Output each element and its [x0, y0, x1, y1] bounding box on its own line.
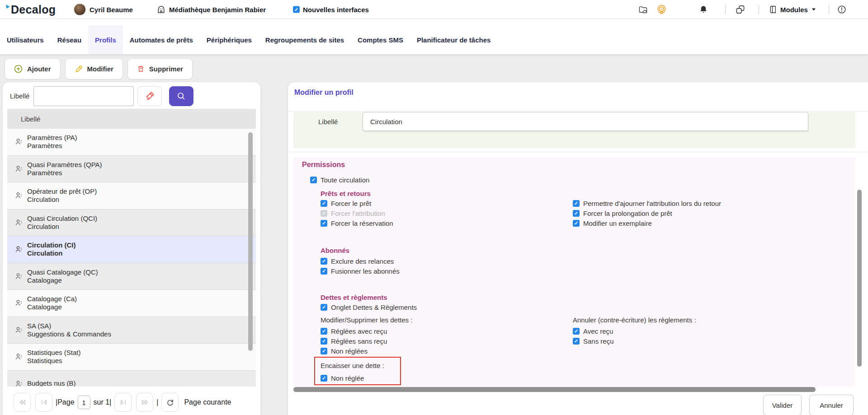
list-scrollbar-thumb[interactable]: [248, 132, 253, 351]
user-name: Cyril Beaume: [90, 5, 133, 13]
decalog-logo[interactable]: Decalog: [6, 3, 56, 16]
profile-person-icon: [15, 273, 23, 280]
checkbox-label: Forcer la réservation: [331, 219, 393, 227]
list-item[interactable]: Quasi Catalogage (QC)Catalogage: [7, 263, 256, 290]
checkbox-reglees-sans-recu[interactable]: Réglées sans reçu: [321, 336, 387, 345]
link-apps-icon: [736, 5, 745, 14]
list-item[interactable]: Catalogage (Ca)Catalogage: [7, 290, 256, 317]
cloud-folder-button[interactable]: [638, 5, 648, 14]
beacon-icon: [656, 4, 667, 14]
section-prets-title: Prêts et retours: [321, 190, 371, 197]
header-divider: [829, 5, 829, 14]
divider: [288, 152, 868, 152]
tab-regroupements[interactable]: Regroupements de sites: [259, 25, 351, 54]
checkbox-icon: [573, 210, 580, 217]
tab-reseau[interactable]: Réseau: [51, 25, 88, 54]
tab-utilisateurs[interactable]: Utilisateurs: [0, 25, 51, 54]
profile-person-icon: [15, 299, 23, 307]
next-page-button[interactable]: [114, 393, 132, 412]
checkbox-icon: [310, 177, 317, 183]
info-icon: [837, 5, 846, 14]
item-subtitle: Suggestions & Commandes: [27, 330, 111, 338]
checkbox-forcer-prolongation[interactable]: Forcer la prolongation de prêt: [573, 209, 672, 218]
checkbox-non-reglee[interactable]: Non réglée: [321, 373, 400, 382]
notifications-button[interactable]: [699, 5, 708, 14]
brand-text: Decalog: [11, 3, 56, 16]
horizontal-scrollbar-thumb[interactable]: [293, 387, 816, 392]
trash-icon: [137, 65, 145, 73]
modules-book-icon: [769, 5, 777, 14]
list-item[interactable]: Paramètres (PA)Paramètres: [7, 129, 256, 156]
first-page-button[interactable]: [14, 393, 31, 412]
checkbox-onglet-dettes[interactable]: Onglet Dettes & Règlements: [321, 303, 417, 312]
panel-title: Modifier un profil: [294, 89, 354, 97]
item-title: Quasi Catalogage (QC): [27, 268, 98, 276]
user-menu[interactable]: Cyril Beaume: [74, 3, 133, 15]
checkbox-forcer-attribution-disabled: Forcer l'attribution: [321, 209, 385, 218]
last-page-button[interactable]: [136, 393, 153, 412]
item-title: SA (SA): [27, 322, 111, 330]
new-interfaces-toggle[interactable]: Nouvelles interfaces: [293, 5, 369, 13]
list-item[interactable]: Quasi Circulation (QCI)Circulation: [7, 210, 256, 237]
profile-person-icon: [15, 246, 23, 253]
highlight-annotation-box: Encaisser une dette : Non réglée: [314, 357, 401, 385]
search-button[interactable]: [169, 86, 193, 106]
folder-cloud-icon: [638, 5, 648, 14]
list-item[interactable]: SA (SA)Suggestions & Commandes: [7, 317, 256, 344]
libelle-input[interactable]: [363, 112, 808, 131]
pencil-icon: [75, 65, 83, 73]
list-item[interactable]: Quasi Paramètres (QPA)Paramètres: [7, 156, 256, 183]
list-item[interactable]: Statistiques (Stat)Statistiques: [7, 344, 256, 371]
item-title: Quasi Circulation (QCI): [27, 214, 97, 223]
list-item-selected[interactable]: Circulation (CI)Circulation: [7, 236, 256, 263]
links-button[interactable]: [736, 5, 745, 14]
item-title: Circulation (CI): [27, 241, 76, 249]
library-selector[interactable]: Médiathèque Benjamin Rabier: [157, 5, 266, 14]
tab-comptes-sms[interactable]: Comptes SMS: [351, 25, 410, 54]
checkbox-toute-circulation[interactable]: Toute circulation: [310, 175, 369, 184]
page-number-input[interactable]: [78, 396, 90, 409]
modules-menu[interactable]: Modules: [769, 5, 816, 14]
list-item[interactable]: Opérateur de prêt (OP)Circulation: [7, 182, 256, 210]
permissions-panel: Permissions Toute circulation Prêts et r…: [293, 157, 855, 387]
tab-peripheriques[interactable]: Périphériques: [200, 25, 259, 54]
edit-label: Modifier: [87, 65, 113, 73]
vertical-scrollbar-thumb[interactable]: [857, 190, 862, 367]
list-item[interactable]: Budgets nus (B): [7, 371, 256, 387]
search-input[interactable]: [33, 86, 134, 106]
validate-button[interactable]: Valider: [763, 395, 802, 415]
checkbox-ajourner-attribution[interactable]: Permettre d'ajourner l'attribution lors …: [573, 199, 721, 208]
checkbox-label: Réglées avec reçu: [331, 327, 387, 335]
assistance-beacon-button[interactable]: [656, 4, 667, 14]
checkbox-non-reglees[interactable]: Non réglées: [321, 346, 368, 355]
edit-button[interactable]: Modifier: [65, 58, 123, 79]
clear-search-button[interactable]: [137, 86, 162, 106]
tab-automates[interactable]: Automates de prêts: [123, 25, 200, 54]
checkbox-reglees-avec-recu[interactable]: Réglées avec reçu: [321, 326, 387, 336]
refresh-button[interactable]: [161, 393, 179, 412]
section-abonnes-title: Abonnés: [321, 247, 349, 254]
delete-button[interactable]: Supprimer: [127, 58, 193, 79]
checkbox-fusionner-abonnes[interactable]: Fusionner les abonnés: [321, 266, 400, 275]
pagination-bar: |Page sur 1| | Page courante: [3, 390, 260, 415]
checkbox-modifier-exemplaire[interactable]: Modifier un exemplaire: [573, 219, 652, 228]
previous-page-button[interactable]: [35, 393, 52, 412]
profile-person-icon: [15, 138, 23, 145]
checkbox-sans-recu[interactable]: Sans reçu: [573, 336, 614, 345]
tab-planificateur[interactable]: Planificateur de tâches: [410, 25, 497, 54]
libelle-label: Libellé: [318, 112, 338, 131]
checkbox-forcer-reservation[interactable]: Forcer la réservation: [321, 219, 393, 228]
checkbox-forcer-le-pret[interactable]: Forcer le prêt: [321, 199, 371, 208]
checkbox-label: Non réglées: [331, 347, 368, 355]
item-subtitle: Circulation: [27, 196, 97, 204]
checkbox-avec-recu[interactable]: Avec reçu: [573, 326, 613, 336]
add-button[interactable]: Ajouter: [5, 58, 61, 79]
tab-profils[interactable]: Profils: [88, 25, 123, 54]
info-button[interactable]: [837, 5, 846, 14]
cancel-button[interactable]: Annuler: [809, 395, 854, 415]
checkbox-icon: [321, 338, 327, 345]
checkbox-icon: [321, 375, 327, 382]
decalog-app: Decalog Cyril Beaume Médiathèque Benjami…: [0, 0, 868, 415]
checkbox-exclure-relances[interactable]: Exclure des relances: [321, 256, 394, 266]
current-page-label: Page courante: [184, 398, 231, 406]
